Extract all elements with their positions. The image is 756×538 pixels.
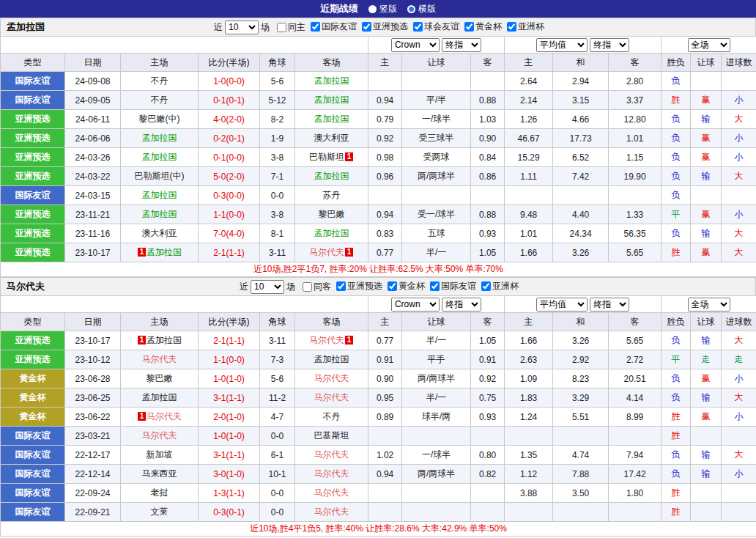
euro-time-select[interactable]: 终指 — [590, 38, 629, 52]
home-team-name[interactable]: 马来西亚 — [142, 468, 177, 479]
home-team-name[interactable]: 马尔代夫 — [147, 411, 182, 421]
match-score[interactable]: 1-1(0-0) — [199, 205, 260, 224]
league-filter-checkbox[interactable]: 国际友谊 — [430, 280, 476, 292]
league-filter-checkbox[interactable]: 亚洲预选 — [336, 280, 382, 292]
home-team-name[interactable]: 黎巴嫩 — [147, 373, 173, 383]
away-team-name[interactable]: 澳大利亚 — [314, 133, 349, 143]
match-type-badge[interactable]: 亚洲预选 — [1, 243, 65, 262]
away-team-name[interactable]: 马尔代夫 — [314, 449, 349, 460]
match-type-badge[interactable]: 国际友谊 — [1, 91, 65, 110]
match-type-badge[interactable]: 亚洲预选 — [1, 224, 65, 243]
layout-radio-horizontal[interactable]: 横版 — [407, 3, 436, 15]
match-scope-select[interactable]: 全场 — [688, 38, 730, 52]
match-type-badge[interactable]: 黄金杯 — [1, 408, 65, 427]
home-team-name[interactable]: 文莱 — [151, 506, 168, 517]
euro-odds-select[interactable]: 平均值 — [536, 298, 588, 312]
match-score[interactable]: 1-0(1-0) — [199, 369, 260, 388]
away-team-name[interactable]: 马尔代夫 — [314, 373, 349, 383]
match-type-badge[interactable]: 国际友谊 — [1, 427, 65, 446]
match-type-badge[interactable]: 国际友谊 — [1, 503, 65, 522]
away-team-name[interactable]: 马尔代夫 — [309, 335, 344, 345]
match-score[interactable]: 1-0(0-0) — [199, 72, 260, 91]
home-team-name[interactable]: 孟加拉国 — [147, 247, 182, 257]
league-filter-checkbox[interactable]: 球会友谊 — [413, 21, 459, 33]
bookmaker-select[interactable]: Crown — [391, 38, 440, 52]
match-score[interactable]: 0-1(0-1) — [199, 91, 260, 110]
away-team-name[interactable]: 孟加拉国 — [314, 75, 349, 86]
match-type-badge[interactable]: 国际友谊 — [1, 72, 65, 91]
home-team-name[interactable]: 马尔代夫 — [142, 430, 177, 441]
away-team-name[interactable]: 巴基斯坦 — [314, 430, 349, 441]
layout-radio-vertical[interactable]: 竖版 — [368, 3, 397, 15]
match-score[interactable]: 3-1(1-1) — [199, 446, 260, 465]
league-filter-checkbox[interactable]: 黄金杯 — [464, 21, 502, 33]
match-type-badge[interactable]: 黄金杯 — [1, 388, 65, 408]
league-filter-checkbox[interactable]: 亚洲杯 — [507, 21, 544, 33]
match-type-badge[interactable]: 亚洲预选 — [1, 129, 65, 148]
match-score[interactable]: 2-0(1-0) — [199, 408, 260, 427]
league-checkbox-input[interactable] — [388, 281, 397, 291]
match-type-badge[interactable]: 国际友谊 — [1, 484, 65, 503]
home-team-name[interactable]: 不丹 — [151, 95, 168, 105]
match-score[interactable]: 1-3(1-1) — [199, 484, 260, 503]
home-team-name[interactable]: 孟加拉国 — [147, 335, 182, 345]
home-team-name[interactable]: 孟加拉国 — [142, 209, 177, 219]
match-count-select[interactable]: 10 — [251, 280, 284, 294]
match-score[interactable]: 0-1(0-0) — [199, 148, 260, 167]
home-team-name[interactable]: 黎巴嫩(中) — [139, 114, 180, 124]
league-filter-checkbox[interactable]: 黄金杯 — [388, 280, 425, 292]
home-team-name[interactable]: 孟加拉国 — [142, 392, 177, 402]
match-type-badge[interactable]: 国际友谊 — [1, 446, 65, 465]
match-score[interactable]: 3-0(1-0) — [199, 465, 260, 484]
league-checkbox-input[interactable] — [413, 22, 423, 32]
away-team-name[interactable]: 马尔代夫 — [314, 506, 349, 517]
match-score[interactable]: 7-0(4-0) — [199, 224, 260, 243]
home-team-name[interactable]: 孟加拉国 — [142, 133, 177, 143]
euro-odds-select[interactable]: 平均值 — [536, 38, 588, 52]
away-team-name[interactable]: 不丹 — [323, 411, 341, 421]
match-type-badge[interactable]: 亚洲预选 — [1, 350, 65, 369]
home-team-name[interactable]: 马尔代夫 — [142, 354, 177, 364]
venue-filter-checkbox[interactable]: 同主 — [277, 21, 305, 34]
league-filter-checkbox[interactable]: 亚洲杯 — [481, 280, 519, 292]
venue-checkbox-input[interactable] — [303, 282, 312, 292]
league-checkbox-input[interactable] — [311, 22, 320, 32]
match-type-badge[interactable]: 亚洲预选 — [1, 205, 65, 224]
home-team-name[interactable]: 澳大利亚 — [142, 228, 177, 238]
bookmaker-select[interactable]: Crown — [391, 298, 440, 312]
league-checkbox-input[interactable] — [430, 281, 440, 291]
home-team-name[interactable]: 老挝 — [151, 487, 168, 498]
match-type-badge[interactable]: 国际友谊 — [1, 186, 65, 205]
away-team-name[interactable]: 巴勒斯坦 — [309, 152, 344, 162]
home-team-name[interactable]: 孟加拉国 — [142, 152, 177, 162]
league-checkbox-input[interactable] — [481, 281, 491, 291]
match-type-badge[interactable]: 国际友谊 — [1, 465, 65, 484]
away-team-name[interactable]: 孟加拉国 — [314, 354, 349, 364]
match-type-badge[interactable]: 亚洲预选 — [1, 331, 65, 350]
match-score[interactable]: 0-2(0-1) — [199, 129, 260, 148]
match-scope-select[interactable]: 全场 — [688, 298, 730, 312]
league-checkbox-input[interactable] — [362, 22, 371, 32]
handicap-time-select[interactable]: 终指 — [442, 38, 481, 52]
away-team-name[interactable]: 马尔代夫 — [314, 487, 349, 498]
match-score[interactable]: 2-1(1-1) — [199, 243, 260, 262]
match-type-badge[interactable]: 亚洲预选 — [1, 110, 65, 129]
away-team-name[interactable]: 马尔代夫 — [314, 468, 349, 479]
euro-time-select[interactable]: 终指 — [590, 298, 629, 312]
home-team-name[interactable]: 孟加拉国 — [142, 190, 177, 200]
away-team-name[interactable]: 孟加拉国 — [314, 114, 349, 124]
match-score[interactable]: 4-0(2-0) — [199, 110, 260, 129]
away-team-name[interactable]: 马尔代夫 — [314, 392, 349, 402]
league-checkbox-input[interactable] — [507, 22, 516, 32]
home-team-name[interactable]: 不丹 — [151, 75, 168, 86]
league-filter-checkbox[interactable]: 亚洲预选 — [362, 21, 408, 33]
match-type-badge[interactable]: 亚洲预选 — [1, 148, 65, 167]
away-team-name[interactable]: 苏丹 — [323, 190, 341, 200]
match-score[interactable]: 1-1(0-0) — [199, 350, 260, 369]
venue-filter-checkbox[interactable]: 同客 — [303, 281, 331, 293]
match-score[interactable]: 0-3(0-1) — [199, 503, 260, 522]
away-team-name[interactable]: 黎巴嫩 — [319, 209, 345, 219]
home-team-name[interactable]: 新加坡 — [147, 449, 173, 460]
match-score[interactable]: 2-1(1-1) — [199, 331, 260, 350]
league-checkbox-input[interactable] — [464, 22, 474, 32]
